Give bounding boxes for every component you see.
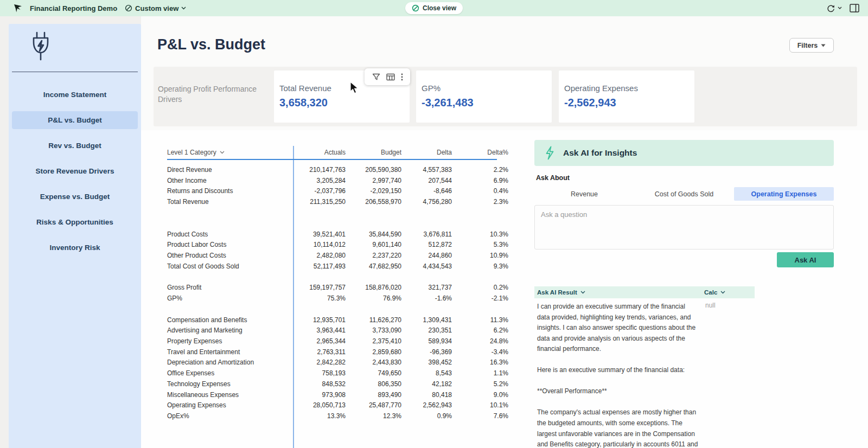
sidebar-item[interactable]: P&L vs. Budget <box>12 111 138 129</box>
cell-delta_pct: 9.0% <box>452 391 508 399</box>
kpi-value: -3,261,483 <box>422 97 552 109</box>
cell-actuals: 2,482,080 <box>293 252 346 259</box>
table-row: Travel and Entertainment2,763,3112,859,6… <box>167 347 510 357</box>
cell-budget: 893,490 <box>346 391 401 399</box>
ask-ai-button[interactable]: Ask AI <box>777 252 834 267</box>
cell-budget: 11,626,270 <box>346 316 401 324</box>
cell-delta_pct: 16.3% <box>452 359 508 366</box>
cell-actuals: 848,532 <box>293 380 346 388</box>
kpi-cards: Total Revenue3,658,320GP%-3,261,483Opera… <box>274 71 694 123</box>
cell-actuals: 39,521,401 <box>293 231 346 238</box>
column-header[interactable]: Delta% <box>452 146 508 158</box>
kpi-group-label: Operating Profit Performance Drivers <box>158 84 264 105</box>
cell-delta: 4,756,280 <box>401 198 452 206</box>
calc-column-header[interactable]: Calc <box>704 289 725 296</box>
cell-delta: 4,434,543 <box>401 263 452 270</box>
cell-budget: 806,350 <box>346 380 401 388</box>
view-selector[interactable]: Custom view <box>125 4 186 12</box>
cell-delta: 1,309,431 <box>401 316 452 324</box>
kpi-value: 3,658,320 <box>279 97 410 109</box>
cell-actuals: 28,050,713 <box>293 401 346 409</box>
filters-label: Filters <box>797 42 818 49</box>
cell-delta_pct: 10.3% <box>452 231 508 238</box>
main-content: P&L vs. Budget Filters Operating Profit … <box>141 16 868 448</box>
cell-delta: 244,860 <box>401 252 452 259</box>
table-row: Direct Revenue210,147,763205,590,3804,55… <box>167 164 510 175</box>
cell-actuals: 210,147,763 <box>293 166 346 174</box>
cell-actuals: 75.3% <box>293 295 346 302</box>
app-window: Financial Reporting Demo Custom view Clo… <box>0 0 868 448</box>
cell-actuals: 2,763,311 <box>293 348 346 356</box>
top-bar: Financial Reporting Demo Custom view Clo… <box>0 0 868 16</box>
filter-icon[interactable] <box>372 73 380 81</box>
refresh-button[interactable] <box>826 4 842 13</box>
sidebar-item[interactable]: Store Revenue Drivers <box>12 162 138 180</box>
table-row: Other Product Costs2,482,0802,237,220244… <box>167 250 510 261</box>
ai-result-body: I can provide an executive summary of th… <box>534 298 755 448</box>
ask-about-tab[interactable]: Revenue <box>534 187 634 201</box>
row-category: Office Expenses <box>167 369 293 377</box>
sidebar-item[interactable]: Income Statement <box>12 86 138 104</box>
table-header-underline <box>167 159 497 160</box>
table-row: Advertising and Marketing3,963,4413,733,… <box>167 325 510 336</box>
sidebar-item[interactable]: Inventory Risk <box>12 239 138 257</box>
table-spacer-row <box>167 304 510 315</box>
filters-button[interactable]: Filters <box>789 38 834 53</box>
side-panel-icon <box>850 4 859 12</box>
cell-actuals: -2,037,796 <box>293 187 346 195</box>
cell-budget: 2,443,830 <box>346 359 401 366</box>
ask-about-tab[interactable]: Cost of Goods Sold <box>634 187 734 201</box>
cell-delta: 80,418 <box>401 391 452 399</box>
row-category: Travel and Entertainment <box>167 348 293 356</box>
ai-result-column-header[interactable]: Ask AI Result <box>534 289 704 296</box>
chevron-down-icon <box>838 7 842 10</box>
toggle-panel-button[interactable] <box>850 4 859 12</box>
row-category: Returns and Discounts <box>167 187 293 195</box>
cell-delta: -1.6% <box>401 295 452 302</box>
cell-budget: 2,237,220 <box>346 252 401 259</box>
kpi-card[interactable]: GP%-3,261,483 <box>416 71 552 123</box>
column-header[interactable]: Actuals <box>293 146 346 158</box>
table-row: Total Revenue211,315,250206,558,9704,756… <box>167 196 510 207</box>
kpi-card[interactable]: Operating Expenses-2,562,943 <box>559 71 694 123</box>
category-column-header[interactable]: Level 1 Category <box>167 146 293 158</box>
ai-question-input[interactable] <box>534 205 834 249</box>
table-icon[interactable] <box>386 73 395 81</box>
sidebar-item[interactable]: Expense vs. Budget <box>12 188 138 206</box>
cell-actuals: 52,117,493 <box>293 263 346 270</box>
cell-delta_pct: 2.2% <box>452 166 508 174</box>
sidebar-item[interactable]: Rev vs. Budget <box>12 137 138 155</box>
column-header[interactable]: Delta <box>401 146 452 158</box>
ai-panel: Ask AI for Insights Ask About RevenueCos… <box>534 140 834 448</box>
cell-delta: 230,351 <box>401 327 452 334</box>
cell-budget: 2,997,740 <box>346 177 401 184</box>
cell-delta: -96,369 <box>401 348 452 356</box>
row-category: Miscellaneous Expenses <box>167 391 293 399</box>
kebab-menu-icon[interactable] <box>401 73 403 81</box>
table-row: Office Expenses758,193749,6508,5431.1% <box>167 368 510 379</box>
cell-delta: 589,934 <box>401 337 452 345</box>
ask-about-label: Ask About <box>536 174 570 182</box>
view-label: Custom view <box>135 4 178 12</box>
cell-budget: 2,375,410 <box>346 337 401 345</box>
table-spacer-row <box>167 272 510 283</box>
cell-delta: 398,452 <box>401 359 452 366</box>
table-row: GP%75.3%76.9%-1.6%-2.1% <box>167 293 510 304</box>
cell-delta_pct: 0.2% <box>452 284 508 291</box>
row-category: Advertising and Marketing <box>167 327 293 334</box>
cell-budget: 76.9% <box>346 295 401 302</box>
row-category: Total Revenue <box>167 198 293 206</box>
close-view-button[interactable]: Close view <box>405 2 463 14</box>
cell-actuals: 159,197,757 <box>293 284 346 291</box>
table-row: Compensation and Benefits12,935,70111,62… <box>167 315 510 325</box>
page-title: P&L vs. Budget <box>157 36 265 53</box>
ask-about-tab[interactable]: Operating Expenses <box>734 187 834 201</box>
sidebar-nav: Income StatementP&L vs. BudgetRev vs. Bu… <box>9 82 141 260</box>
cell-delta_pct: -2.1% <box>452 295 508 302</box>
table-row: Total Cost of Goods Sold52,117,49347,682… <box>167 261 510 272</box>
sidebar-item[interactable]: Risks & Opportunities <box>12 213 138 231</box>
table-row: Depreciation and Amortization2,842,2822,… <box>167 357 510 368</box>
column-header[interactable]: Budget <box>346 146 401 158</box>
row-category: GP% <box>167 295 293 302</box>
row-category: Technology Expenses <box>167 380 293 388</box>
